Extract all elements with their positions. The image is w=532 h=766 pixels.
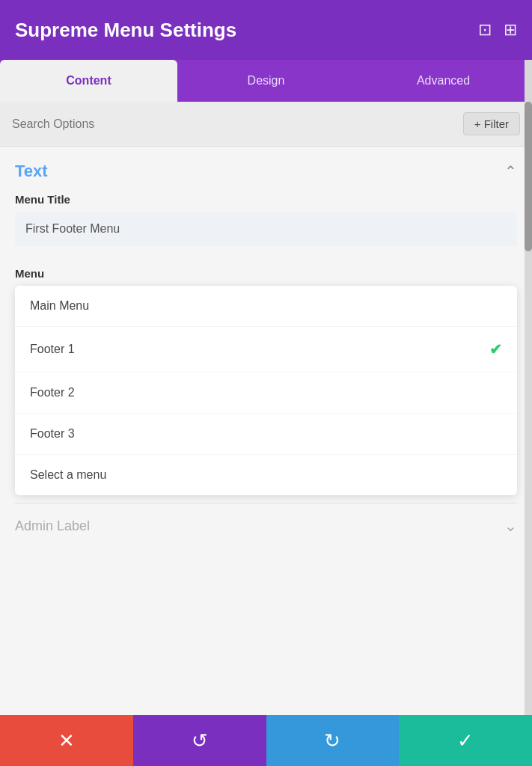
cancel-button[interactable]: ✕	[0, 715, 133, 766]
confirm-button[interactable]: ✓	[399, 715, 532, 766]
undo-button[interactable]: ↺	[133, 715, 266, 766]
search-input[interactable]	[12, 117, 456, 131]
header: Supreme Menu Settings ⊡ ⊞	[0, 0, 532, 60]
menu-title-field: Menu Title	[15, 193, 517, 261]
menu-option-footer-3[interactable]: Footer 3	[15, 414, 517, 455]
frame-icon[interactable]: ⊡	[478, 20, 492, 40]
menu-dropdown-list: Main Menu Footer 1 ✔ Footer 2 Footer 3 S…	[15, 286, 517, 495]
page-title: Supreme Menu Settings	[15, 19, 236, 42]
tab-design[interactable]: Design	[177, 60, 355, 102]
chevron-down-icon[interactable]: ⌄	[504, 517, 517, 535]
action-bar: ✕ ↺ ↻ ✓	[0, 715, 532, 766]
search-bar: + Filter	[0, 102, 532, 147]
scrollbar-thumb[interactable]	[525, 102, 532, 251]
chevron-up-icon[interactable]: ⌃	[504, 162, 517, 180]
menu-dropdown-container: Menu Main Menu Footer 1 ✔ Footer 2 Foote…	[15, 267, 517, 495]
admin-label-title: Admin Label	[15, 518, 90, 534]
scrollbar[interactable]	[525, 60, 532, 715]
tab-content[interactable]: Content	[0, 60, 177, 102]
text-section-header: Text ⌃	[15, 162, 517, 181]
menu-option-footer-2[interactable]: Footer 2	[15, 373, 517, 414]
menu-option-main-menu[interactable]: Main Menu	[15, 286, 517, 327]
tab-advanced[interactable]: Advanced	[355, 60, 532, 102]
menu-dropdown-label: Menu	[15, 267, 517, 280]
main-content: Text ⌃ Menu Title Menu Main Menu Footer …	[0, 147, 532, 720]
menu-option-select-a-menu[interactable]: Select a menu	[15, 455, 517, 495]
grid-icon[interactable]: ⊞	[504, 20, 517, 40]
selected-check-icon: ✔	[489, 340, 502, 358]
text-section-title: Text	[15, 162, 48, 181]
filter-button[interactable]: + Filter	[463, 112, 520, 135]
tabs: Content Design Advanced	[0, 60, 532, 102]
menu-option-footer-1[interactable]: Footer 1 ✔	[15, 327, 517, 373]
header-icons: ⊡ ⊞	[478, 20, 517, 40]
admin-label-section[interactable]: Admin Label ⌄	[15, 503, 517, 542]
menu-title-label: Menu Title	[15, 193, 517, 206]
redo-button[interactable]: ↻	[266, 715, 400, 766]
menu-title-input[interactable]	[15, 212, 517, 246]
